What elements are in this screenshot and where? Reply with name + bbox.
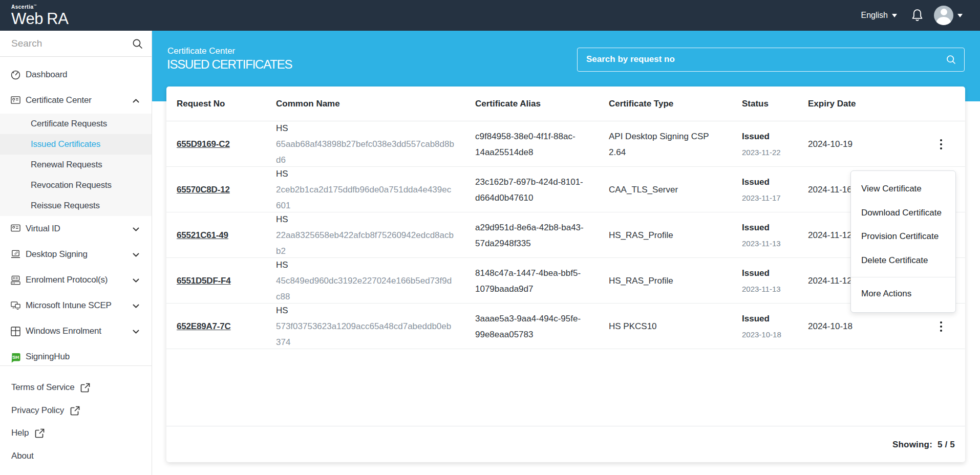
svg-text:SH: SH [12, 354, 19, 360]
